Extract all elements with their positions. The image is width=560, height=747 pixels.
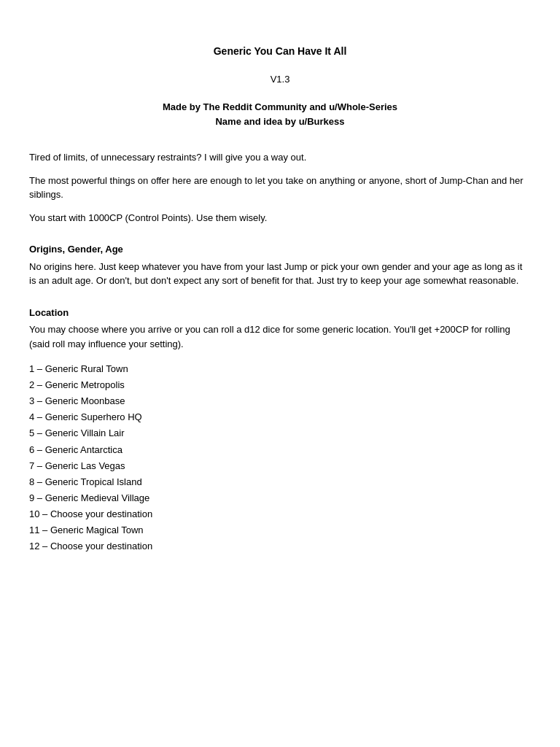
- list-item: 3 – Generic Moonbase: [29, 393, 531, 409]
- list-item: 5 – Generic Villain Lair: [29, 425, 531, 441]
- credits-block: Made by The Reddit Community and u/Whole…: [29, 100, 531, 131]
- credits-line1: Made by The Reddit Community and u/Whole…: [163, 101, 397, 112]
- location-body: You may choose where you arrive or you c…: [29, 322, 531, 351]
- location-heading: Location: [29, 306, 531, 320]
- list-item: 6 – Generic Antarctica: [29, 442, 531, 458]
- location-list: 1 – Generic Rural Town2 – Generic Metrop…: [29, 361, 531, 554]
- list-item: 10 – Choose your destination: [29, 506, 531, 522]
- list-item: 8 – Generic Tropical Island: [29, 474, 531, 490]
- intro-paragraph-2: The most powerful things on offer here a…: [29, 174, 531, 202]
- location-section: Location You may choose where you arrive…: [29, 306, 531, 555]
- list-item: 4 – Generic Superhero HQ: [29, 409, 531, 425]
- intro-paragraph-3: You start with 1000CP (Control Points). …: [29, 211, 531, 225]
- intro-paragraph-1: Tired of limits, of unnecessary restrain…: [29, 150, 531, 165]
- list-item: 1 – Generic Rural Town: [29, 361, 531, 377]
- list-item: 2 – Generic Metropolis: [29, 377, 531, 393]
- origins-heading: Origins, Gender, Age: [29, 242, 531, 257]
- version-label: V1.3: [29, 72, 531, 87]
- list-item: 7 – Generic Las Vegas: [29, 458, 531, 474]
- page-title: Generic You Can Have It All: [29, 44, 531, 59]
- list-item: 11 – Generic Magical Town: [29, 522, 531, 538]
- list-item: 9 – Generic Medieval Village: [29, 490, 531, 506]
- credits-line2: Name and idea by u/Burkess: [215, 116, 344, 127]
- origins-section: Origins, Gender, Age No origins here. Ju…: [29, 242, 531, 288]
- list-item: 12 – Choose your destination: [29, 538, 531, 554]
- origins-body: No origins here. Just keep whatever you …: [29, 260, 531, 288]
